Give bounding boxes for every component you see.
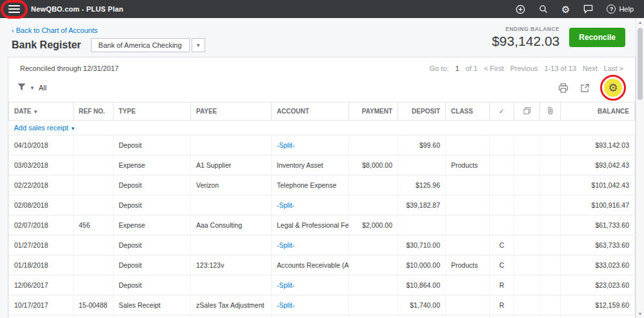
cell-ref-no	[74, 175, 114, 195]
cell-payment: $2,000.00	[349, 215, 398, 235]
col-deposit: DEPOSIT	[398, 103, 446, 121]
cell-class: Products	[446, 255, 490, 275]
register-row[interactable]: 04/10/2018 Deposit -Split- $99.60 $93,14…	[9, 135, 635, 155]
hamburger-menu-icon[interactable]	[8, 5, 20, 13]
help-button[interactable]: ? Help	[607, 5, 634, 14]
cell-ref-no: 456	[74, 215, 114, 235]
cell-balance: $33,023.60	[561, 255, 635, 275]
register-row[interactable]: 02/22/2018 Deposit Verizon Telephone Exp…	[9, 175, 635, 195]
company-title: NewQBO.com - PLUS Plan	[31, 5, 123, 13]
cell-attachment	[540, 295, 561, 315]
export-edit-icon[interactable]	[580, 83, 590, 93]
cell-reconcile-status	[490, 135, 514, 155]
create-plus-icon[interactable]	[516, 5, 525, 14]
cell-balance: $61,733.60	[561, 215, 635, 235]
copy-icon	[523, 109, 531, 116]
next-page-link[interactable]: Next	[583, 65, 598, 72]
chat-icon[interactable]	[583, 5, 593, 14]
register-row[interactable]: 01/27/2018 Deposit -Split- $30,710.00 C …	[9, 235, 635, 255]
filter-control[interactable]: ▼ All	[17, 83, 46, 92]
cell-copy	[514, 135, 540, 155]
cell-attachment	[540, 255, 561, 275]
cell-account: Accounts Receivable (A/R)	[272, 255, 349, 275]
cell-date: 03/03/2018	[9, 155, 74, 175]
cell-attachment	[540, 155, 561, 175]
scroll-down-arrow-icon[interactable]: ▼	[636, 312, 644, 316]
register-row[interactable]: 02/07/2018 456 Expense Aaa Consulting Le…	[9, 215, 635, 235]
cell-account[interactable]: -Split-	[272, 275, 349, 295]
cell-account[interactable]: -Split-	[272, 295, 349, 315]
cell-payment	[349, 195, 398, 215]
settings-gear-icon[interactable]: ⚙	[561, 5, 570, 14]
cell-type: Deposit	[114, 255, 191, 275]
previous-page-link[interactable]: Previous	[510, 65, 538, 72]
cell-reconcile-status	[490, 215, 514, 235]
cell-type: Deposit	[114, 235, 191, 255]
cell-date: 04/10/2018	[9, 135, 74, 155]
first-page-link[interactable]: < First	[484, 65, 504, 72]
cell-copy	[514, 195, 540, 215]
cell-payee	[191, 195, 272, 215]
paperclip-icon	[547, 109, 554, 116]
filter-caret-icon: ▼	[30, 85, 35, 91]
ending-balance-value: $93,142.03	[492, 34, 559, 49]
vertical-scrollbar[interactable]: ▲ ▼	[636, 18, 644, 318]
cell-reconcile-status	[490, 195, 514, 215]
cell-attachment	[540, 235, 561, 255]
back-to-chart-of-accounts-link[interactable]: ‹ Back to Chart of Accounts	[12, 26, 97, 34]
cell-account: Inventory Asset	[272, 155, 349, 175]
account-selector-value[interactable]: Bank of America Checking	[91, 38, 190, 52]
cell-account[interactable]: -Split-	[272, 235, 349, 255]
cell-balance: $10,419.60	[561, 315, 635, 318]
cell-copy	[514, 295, 540, 315]
cell-attachment	[540, 215, 561, 235]
register-row[interactable]: 02/08/2018 Deposit -Split- $39,182.87 $1…	[9, 195, 635, 215]
cell-payment	[349, 255, 398, 275]
search-icon[interactable]	[539, 5, 548, 14]
cell-copy	[514, 315, 540, 318]
cell-class	[446, 175, 490, 195]
cell-payee	[191, 275, 272, 295]
rows-range-label: 1-13 of 13	[545, 65, 577, 72]
register-row[interactable]: 03/03/2018 Expense A1 Supplier Inventory…	[9, 155, 635, 175]
cell-payee	[191, 135, 272, 155]
cell-date: 01/18/2018	[9, 255, 74, 275]
ending-balance-block: ENDING BALANCE $93,142.03	[492, 26, 559, 49]
cell-reconcile-status: R	[490, 315, 514, 318]
print-icon[interactable]	[558, 83, 569, 93]
register-row[interactable]: 12/06/2017 Deposit -Split- $10,864.00 R …	[9, 275, 635, 295]
register-settings-gear-button[interactable]: ⚙	[601, 76, 625, 99]
register-row[interactable]: 01/18/2018 Deposit 123:123v Accounts Rec…	[9, 255, 635, 275]
col-date[interactable]: DATE ▼	[9, 103, 74, 121]
cell-type: Expense	[114, 215, 191, 235]
page-number[interactable]: 1	[455, 65, 459, 72]
scrollbar-thumb[interactable]	[638, 28, 643, 100]
cell-copy	[514, 235, 540, 255]
account-selector-caret-icon[interactable]: ▼	[192, 38, 205, 52]
cell-copy	[514, 175, 540, 195]
col-account: ACCOUNT	[272, 103, 349, 121]
cell-account[interactable]: -Split-	[272, 195, 349, 215]
cell-attachment	[540, 315, 561, 318]
cell-balance: $63,733.60	[561, 235, 635, 255]
back-chevron-icon: ‹	[12, 26, 14, 34]
sort-caret-icon: ▼	[33, 109, 38, 115]
cell-balance: $101,042.43	[561, 175, 635, 195]
add-transaction-row[interactable]: Add sales receipt ▼	[9, 121, 635, 135]
cell-payment	[349, 315, 398, 318]
cell-reconcile-status	[490, 155, 514, 175]
cell-type: Sales Receipt	[114, 315, 191, 318]
add-row-caret-icon: ▼	[70, 126, 75, 132]
last-page-link[interactable]: Last >	[604, 65, 623, 72]
register-row[interactable]: 09/21/2017 15-00483 Sales Receipt Brad J…	[9, 315, 635, 318]
register-row[interactable]: 10/17/2017 15-00488 Sales Receipt zSales…	[9, 295, 635, 315]
cell-class	[446, 215, 490, 235]
cell-account: Legal & Professional Fees	[272, 215, 349, 235]
reconcile-button[interactable]: Reconcile	[569, 28, 625, 47]
cell-account[interactable]: -Split-	[272, 135, 349, 155]
cell-type: Deposit	[114, 195, 191, 215]
cell-class	[446, 315, 490, 318]
cell-attachment	[540, 195, 561, 215]
scroll-up-arrow-icon[interactable]: ▲	[636, 20, 644, 25]
cell-payment	[349, 175, 398, 195]
